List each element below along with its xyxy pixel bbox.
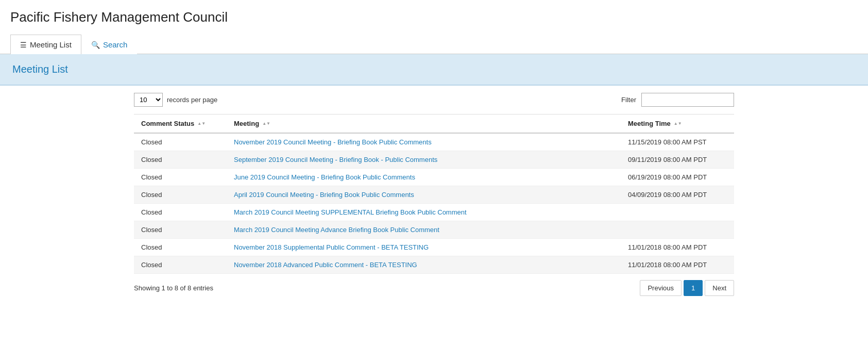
previous-button[interactable]: Previous (640, 280, 682, 296)
table-row: ClosedMarch 2019 Council Meeting Advance… (134, 221, 734, 239)
sort-icon-meeting-time: ▲▼ (674, 121, 682, 126)
cell-meeting-time (621, 204, 734, 221)
cell-meeting: April 2019 Council Meeting - Briefing Bo… (227, 186, 621, 204)
search-icon: 🔍 (91, 41, 100, 49)
table-controls: 10 25 50 100 records per page Filter (0, 86, 868, 114)
section-header: Meeting List (0, 54, 868, 86)
meeting-link[interactable]: March 2019 Council Meeting Advance Brief… (234, 226, 439, 234)
cell-meeting-time: 11/01/2018 08:00 AM PDT (621, 256, 734, 274)
cell-meeting: November 2019 Council Meeting - Briefing… (227, 133, 621, 151)
cell-meeting-time: 04/09/2019 08:00 AM PDT (621, 186, 734, 204)
meetings-table: Comment Status ▲▼ Meeting ▲▼ Meeting Tim… (134, 114, 734, 274)
table-row: ClosedNovember 2018 Advanced Public Comm… (134, 256, 734, 274)
meeting-link[interactable]: March 2019 Council Meeting SUPPLEMENTAL … (234, 208, 467, 216)
next-button[interactable]: Next (705, 280, 734, 296)
cell-comment-status: Closed (134, 133, 227, 151)
table-header-row: Comment Status ▲▼ Meeting ▲▼ Meeting Tim… (134, 114, 734, 134)
tab-search-label: Search (103, 40, 128, 49)
cell-meeting: September 2019 Council Meeting - Briefin… (227, 151, 621, 169)
cell-meeting-time: 11/01/2018 08:00 AM PDT (621, 239, 734, 256)
page-1-button[interactable]: 1 (684, 280, 703, 296)
table-body: ClosedNovember 2019 Council Meeting - Br… (134, 133, 734, 274)
section-title: Meeting List (12, 63, 856, 75)
cell-meeting-time (621, 221, 734, 239)
cell-meeting: March 2019 Council Meeting SUPPLEMENTAL … (227, 204, 621, 221)
meeting-link[interactable]: April 2019 Council Meeting - Briefing Bo… (234, 191, 414, 199)
filter-label: Filter (621, 96, 636, 104)
table-row: ClosedSeptember 2019 Council Meeting - B… (134, 151, 734, 169)
cell-comment-status: Closed (134, 186, 227, 204)
cell-comment-status: Closed (134, 204, 227, 221)
records-per-page-label: records per page (167, 96, 217, 104)
page-title: Pacific Fishery Management Council (10, 9, 858, 25)
tabs-container: ☰ Meeting List 🔍 Search (0, 35, 868, 54)
table-wrapper: Comment Status ▲▼ Meeting ▲▼ Meeting Tim… (0, 114, 868, 274)
cell-meeting: June 2019 Council Meeting - Briefing Boo… (227, 169, 621, 186)
meeting-link[interactable]: November 2018 Supplemental Public Commen… (234, 243, 429, 251)
showing-entries-text: Showing 1 to 8 of 8 entries (134, 284, 213, 292)
records-per-page-control: 10 25 50 100 records per page (134, 93, 217, 107)
cell-meeting: November 2018 Supplemental Public Commen… (227, 239, 621, 256)
table-row: ClosedApril 2019 Council Meeting - Brief… (134, 186, 734, 204)
table-row: ClosedNovember 2019 Council Meeting - Br… (134, 133, 734, 151)
col-header-meeting[interactable]: Meeting ▲▼ (227, 114, 621, 134)
meeting-link[interactable]: June 2019 Council Meeting - Briefing Boo… (234, 173, 415, 181)
sort-icon-comment-status: ▲▼ (197, 121, 206, 126)
tab-meeting-list-label: Meeting List (30, 40, 72, 49)
meeting-link[interactable]: November 2018 Advanced Public Comment - … (234, 261, 417, 269)
cell-meeting: November 2018 Advanced Public Comment - … (227, 256, 621, 274)
cell-meeting-time: 11/15/2019 08:00 AM PST (621, 133, 734, 151)
records-per-page-select[interactable]: 10 25 50 100 (134, 93, 163, 107)
meeting-link[interactable]: September 2019 Council Meeting - Briefin… (234, 156, 437, 163)
cell-comment-status: Closed (134, 221, 227, 239)
cell-comment-status: Closed (134, 239, 227, 256)
tab-search[interactable]: 🔍 Search (81, 35, 138, 54)
cell-meeting: March 2019 Council Meeting Advance Brief… (227, 221, 621, 239)
tab-meeting-list[interactable]: ☰ Meeting List (10, 35, 81, 54)
cell-comment-status: Closed (134, 169, 227, 186)
cell-comment-status: Closed (134, 256, 227, 274)
filter-input[interactable] (641, 93, 734, 107)
table-footer: Showing 1 to 8 of 8 entries Previous 1 N… (0, 274, 868, 302)
meeting-link[interactable]: November 2019 Council Meeting - Briefing… (234, 138, 432, 146)
table-row: ClosedNovember 2018 Supplemental Public … (134, 239, 734, 256)
cell-meeting-time: 09/11/2019 08:00 AM PDT (621, 151, 734, 169)
table-row: ClosedMarch 2019 Council Meeting SUPPLEM… (134, 204, 734, 221)
list-icon: ☰ (20, 41, 27, 49)
col-header-comment-status[interactable]: Comment Status ▲▼ (134, 114, 227, 134)
col-header-meeting-time[interactable]: Meeting Time ▲▼ (621, 114, 734, 134)
page-header: Pacific Fishery Management Council (0, 0, 868, 35)
cell-comment-status: Closed (134, 151, 227, 169)
pagination: Previous 1 Next (640, 280, 734, 296)
sort-icon-meeting: ▲▼ (262, 121, 270, 126)
cell-meeting-time: 06/19/2019 08:00 AM PDT (621, 169, 734, 186)
table-row: ClosedJune 2019 Council Meeting - Briefi… (134, 169, 734, 186)
content-area: Meeting List 10 25 50 100 records per pa… (0, 54, 868, 302)
filter-area: Filter (621, 93, 734, 107)
